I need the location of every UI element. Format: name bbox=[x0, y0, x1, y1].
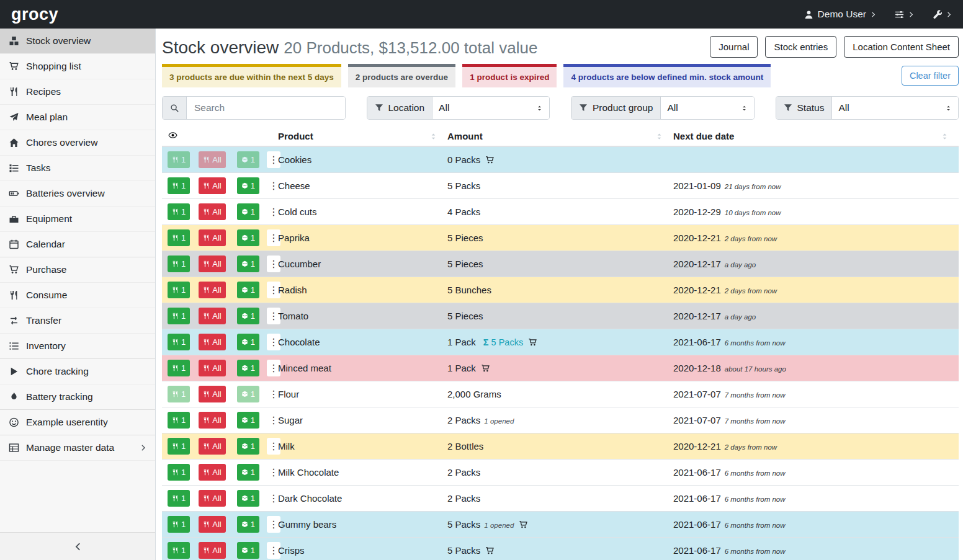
stock-entries-button[interactable]: Stock entries bbox=[765, 36, 836, 58]
consume-all-button[interactable]: All bbox=[199, 542, 225, 559]
stock-table: Product Amount Next due date 1 bbox=[162, 127, 959, 560]
search-input[interactable] bbox=[187, 97, 345, 119]
consume-all-button[interactable]: All bbox=[199, 386, 225, 402]
sort-icon bbox=[655, 132, 663, 141]
location-content-sheet-button[interactable]: Location Content Sheet bbox=[844, 36, 959, 58]
sidebar-item-chore-tracking[interactable]: Chore tracking bbox=[0, 359, 155, 384]
consume-one-button[interactable]: 1 bbox=[168, 438, 190, 455]
open-one-button[interactable]: 1 bbox=[237, 151, 259, 168]
admin-menu[interactable] bbox=[933, 10, 952, 19]
settings-menu[interactable] bbox=[895, 10, 914, 19]
consume-all-button[interactable]: All bbox=[199, 151, 225, 168]
product-group-select[interactable]: All bbox=[661, 97, 753, 119]
open-one-button[interactable]: 1 bbox=[237, 516, 259, 533]
sidebar-item-shopping-list[interactable]: Shopping list bbox=[0, 54, 155, 79]
open-one-button[interactable]: 1 bbox=[237, 256, 259, 272]
due-date-relative: 6 months from now bbox=[725, 469, 786, 477]
sidebar-item-battery-tracking[interactable]: Battery tracking bbox=[0, 384, 155, 410]
sidebar-item-inventory[interactable]: Inventory bbox=[0, 334, 155, 359]
consume-all-button[interactable]: All bbox=[199, 177, 225, 194]
sidebar-item-meal-plan[interactable]: Meal plan bbox=[0, 105, 155, 130]
consume-one-button[interactable]: 1 bbox=[168, 542, 190, 559]
consume-one-button[interactable]: 1 bbox=[168, 386, 190, 402]
consume-all-button[interactable]: All bbox=[199, 282, 225, 298]
consume-all-button[interactable]: All bbox=[199, 360, 225, 376]
consume-all-button[interactable]: All bbox=[199, 412, 225, 429]
utensils-icon bbox=[172, 521, 179, 528]
table-row: 1 All 1 ⋮ Sugar 2 Packs1 opened 2021-07-… bbox=[162, 407, 959, 433]
consume-one-button[interactable]: 1 bbox=[168, 151, 190, 168]
open-one-button[interactable]: 1 bbox=[237, 464, 259, 481]
consume-all-button[interactable]: All bbox=[199, 256, 225, 272]
open-one-button[interactable]: 1 bbox=[237, 308, 259, 324]
open-one-button[interactable]: 1 bbox=[237, 334, 259, 350]
consume-one-button[interactable]: 1 bbox=[168, 229, 190, 246]
location-select[interactable]: All bbox=[432, 97, 549, 119]
consume-one-button[interactable]: 1 bbox=[168, 177, 190, 194]
column-header-amount[interactable]: Amount bbox=[447, 127, 673, 146]
sort-icon bbox=[429, 132, 437, 141]
sidebar-item-transfer[interactable]: Transfer bbox=[0, 308, 155, 334]
sidebar-item-calendar[interactable]: Calendar bbox=[0, 232, 155, 257]
consume-one-button[interactable]: 1 bbox=[168, 334, 190, 350]
open-one-button[interactable]: 1 bbox=[237, 438, 259, 455]
user-menu[interactable]: Demo User bbox=[804, 9, 876, 20]
consume-one-button[interactable]: 1 bbox=[168, 360, 190, 376]
column-header-product[interactable]: Product bbox=[278, 127, 447, 146]
due-date-relative: 10 days from now bbox=[725, 209, 781, 216]
sidebar-item-tasks[interactable]: Tasks bbox=[0, 156, 155, 181]
amount-value: 5 Bunches bbox=[447, 285, 491, 295]
status-select[interactable]: All bbox=[832, 97, 958, 119]
sidebar-item-consume[interactable]: Consume bbox=[0, 283, 155, 308]
open-one-button[interactable]: 1 bbox=[237, 542, 259, 559]
consume-one-button[interactable]: 1 bbox=[168, 203, 190, 220]
sidebar-item-recipes[interactable]: Recipes bbox=[0, 79, 155, 105]
utensils-icon bbox=[172, 234, 179, 241]
filter-banner-danger[interactable]: 1 product is expired bbox=[462, 64, 557, 87]
open-one-button[interactable]: 1 bbox=[237, 177, 259, 194]
sidebar-collapse-button[interactable] bbox=[0, 532, 155, 560]
clear-filter-button[interactable]: Clear filter bbox=[902, 66, 959, 86]
consume-all-button[interactable]: All bbox=[199, 516, 225, 533]
journal-button[interactable]: Journal bbox=[710, 36, 758, 58]
chevron-right-icon bbox=[140, 445, 146, 451]
open-one-button[interactable]: 1 bbox=[237, 203, 259, 220]
sidebar-item-manage-master-data[interactable]: Manage master data bbox=[0, 435, 155, 461]
open-one-button[interactable]: 1 bbox=[237, 282, 259, 298]
eye-icon[interactable] bbox=[168, 131, 178, 140]
consume-one-button[interactable]: 1 bbox=[168, 464, 190, 481]
consume-all-button[interactable]: All bbox=[199, 464, 225, 481]
consume-all-button[interactable]: All bbox=[199, 308, 225, 324]
consume-all-button[interactable]: All bbox=[199, 334, 225, 350]
open-one-button[interactable]: 1 bbox=[237, 412, 259, 429]
sidebar-item-label: Transfer bbox=[26, 315, 61, 326]
column-header-next-due-date[interactable]: Next due date bbox=[673, 127, 959, 146]
open-one-button[interactable]: 1 bbox=[237, 386, 259, 402]
consume-all-button[interactable]: All bbox=[199, 229, 225, 246]
utensils-icon bbox=[203, 417, 210, 424]
sidebar-item-icon bbox=[9, 189, 19, 198]
consume-one-button[interactable]: 1 bbox=[168, 516, 190, 533]
consume-one-button[interactable]: 1 bbox=[168, 256, 190, 272]
sidebar-item-purchase[interactable]: Purchase bbox=[0, 257, 155, 283]
consume-all-button[interactable]: All bbox=[199, 490, 225, 507]
consume-one-button[interactable]: 1 bbox=[168, 490, 190, 507]
chevron-left-icon bbox=[74, 543, 82, 551]
open-one-button[interactable]: 1 bbox=[237, 360, 259, 376]
consume-all-button[interactable]: All bbox=[199, 203, 225, 220]
open-one-button[interactable]: 1 bbox=[237, 490, 259, 507]
consume-one-button[interactable]: 1 bbox=[168, 412, 190, 429]
filter-banner-secondary[interactable]: 2 products are overdue bbox=[348, 64, 455, 87]
consume-one-button[interactable]: 1 bbox=[168, 308, 190, 324]
filter-banner-info[interactable]: 4 products are below defined min. stock … bbox=[563, 64, 771, 87]
open-one-button[interactable]: 1 bbox=[237, 229, 259, 246]
sidebar-item-equipment[interactable]: Equipment bbox=[0, 207, 155, 232]
consume-all-button[interactable]: All bbox=[199, 438, 225, 455]
filter-banner-warning[interactable]: 3 products are due within the next 5 day… bbox=[162, 64, 341, 87]
consume-one-button[interactable]: 1 bbox=[168, 282, 190, 298]
app-logo[interactable]: grocy bbox=[11, 5, 58, 24]
sidebar-item-example-userentity[interactable]: Example userentity bbox=[0, 410, 155, 435]
sidebar-item-chores-overview[interactable]: Chores overview bbox=[0, 130, 155, 156]
sidebar-item-batteries-overview[interactable]: Batteries overview bbox=[0, 181, 155, 207]
sidebar-item-stock-overview[interactable]: Stock overview bbox=[0, 29, 155, 54]
